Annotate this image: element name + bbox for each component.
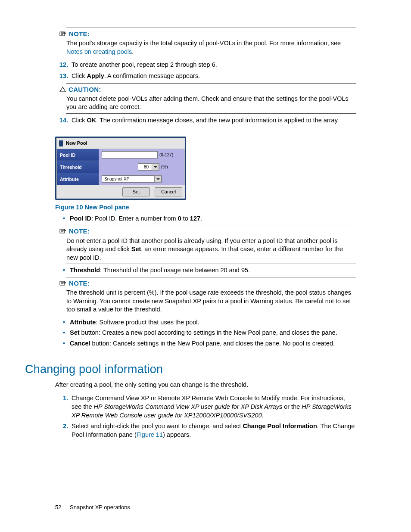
chevron-down-icon[interactable]	[154, 175, 162, 183]
step-b2: 2. Select and right-click the pool you w…	[55, 422, 356, 439]
note-body: The pool's storage capacity is the total…	[66, 39, 356, 56]
note-icon	[59, 228, 66, 234]
step-12: 12. To create another pool, repeat step …	[55, 61, 356, 69]
note-icon	[59, 31, 66, 37]
pane-title: New Pool	[66, 140, 87, 146]
bullet-set: • Set button: Creates a new pool accordi…	[63, 329, 356, 337]
poolid-label: Pool ID	[57, 149, 99, 161]
threshold-select[interactable]: 80	[138, 163, 159, 171]
page-number: 52	[55, 504, 61, 510]
attribute-label: Attribute	[57, 173, 99, 185]
caution-body: You cannot delete pool-VOLs after adding…	[66, 95, 356, 112]
note-label: NOTE:	[69, 30, 90, 38]
step-13: 13. Click Apply. A confirmation message …	[55, 72, 356, 81]
bullet-cancel: • Cancel button: Cancels settings in the…	[63, 339, 356, 348]
chevron-down-icon[interactable]	[152, 163, 159, 171]
note-label: NOTE:	[69, 227, 90, 236]
note-icon	[59, 280, 66, 286]
attribute-select[interactable]: Snapshot XP	[102, 175, 162, 183]
step-b1: 1. Change Command View XP or Remote XP R…	[55, 394, 356, 420]
cancel-button[interactable]: Cancel	[155, 187, 182, 196]
link-figure-11[interactable]: Figure 11	[137, 431, 163, 438]
section-intro: After creating a pool, the only setting …	[55, 381, 356, 389]
pane-header-marker	[59, 140, 63, 146]
threshold-label: Threshold	[57, 161, 99, 173]
new-pool-pane: New Pool Pool ID (0-127) Threshold 80 (%…	[55, 137, 186, 200]
threshold-unit: (%)	[161, 164, 168, 170]
caution-heading: CAUTION:	[59, 85, 356, 94]
bullet-threshold: • Threshold: Threshold of the pool usage…	[63, 266, 356, 275]
pane-header: New Pool	[56, 138, 185, 149]
step-14: 14. Click OK. The confirmation message c…	[55, 116, 356, 125]
note-heading: NOTE:	[59, 279, 356, 288]
chapter-title: Snapshot XP operations	[70, 504, 130, 510]
note-body: Do not enter a pool ID that another pool…	[66, 237, 356, 262]
caution-icon	[59, 87, 66, 92]
note-heading: NOTE:	[59, 227, 356, 236]
figure-caption: Figure 10 New Pool pane	[55, 203, 356, 212]
poolid-hint: (0-127)	[159, 152, 173, 158]
note-body: The threshold unit is percent (%). If th…	[66, 289, 356, 314]
page-footer: 52 Snapshot XP operations	[55, 504, 130, 511]
poolid-input[interactable]	[102, 151, 158, 159]
section-heading: Changing pool information	[25, 361, 356, 377]
note-heading: NOTE:	[59, 30, 356, 38]
link-creating-pools[interactable]: Notes on creating pools	[66, 48, 132, 55]
bullet-poolid: • Pool ID: Pool ID. Enter a number from …	[63, 215, 356, 223]
caution-label: CAUTION:	[68, 85, 101, 94]
set-button[interactable]: Set	[122, 187, 150, 196]
note-label: NOTE:	[69, 279, 90, 288]
bullet-attribute: • Attribute: Software product that uses …	[63, 318, 356, 327]
